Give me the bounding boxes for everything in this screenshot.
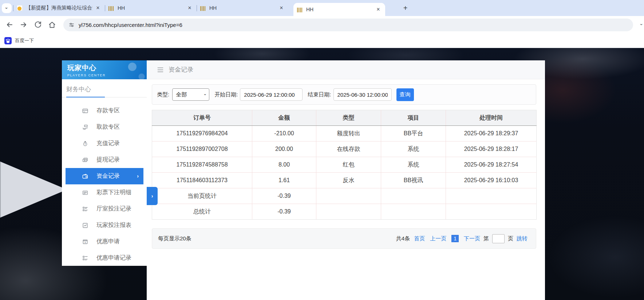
browser-tab[interactable]: HH × [293,3,385,16]
sidebar-item-label: 充值记录 [96,140,120,147]
current-page-badge[interactable]: 1 [451,235,459,242]
sidebar-item[interactable]: 玩家投注报表 › [62,217,147,233]
cell-project: BB平台 [381,126,446,141]
sidebar-item[interactable]: 取款专区 › [62,119,147,135]
header-process-time: 处理时间 [446,110,537,126]
sidebar-item-label: 彩票下注明细 [96,189,131,196]
section-underline [62,97,147,97]
cell-type: 反水 [316,173,381,188]
page-header: 资金记录 [147,60,545,79]
icon-deposit [82,108,88,114]
browser-tab[interactable]: HH × [197,0,288,16]
sidebar-item[interactable]: 存款专区 › [62,103,147,119]
browser-toolbar: yl756.com/hhcp/usercenter.html?iniType=6… [0,16,644,33]
cell-project [381,188,446,204]
end-date-label: 结束日期: [308,91,331,98]
page-size-text: 每页显示20条 [158,235,396,242]
search-button[interactable]: 查询 [396,88,414,101]
page-number-input[interactable] [492,234,505,243]
site-settings-icon[interactable] [68,22,75,28]
bookmark-baidu[interactable]: 百度一下 [4,37,34,44]
fund-records-table: 订单号 金额 类型 项目 处理时间 1751192976984204 -210.… [152,110,537,220]
sidebar-subtitle: PLAYERS CENTER [67,73,147,77]
sidebar-item-label: 厅室投注记录 [96,205,131,213]
table-row: 1751184603112373 1.61 反水 BB视讯 2025-06-29… [152,173,537,188]
icon-promo-apply [82,239,88,245]
cell-order-no: 当前页统计 [152,188,252,204]
sidebar-item[interactable]: 厅室投注记录 › [62,201,147,217]
table-body: 1751192976984204 -210.00 额度转出 BB平台 2025-… [152,126,537,220]
sidebar-item[interactable]: 资金记录 › [66,168,143,184]
sidebar-item[interactable]: 充值记录 › [62,135,147,152]
sidebar-item[interactable]: 提现记录 › [62,152,147,168]
start-date-input[interactable] [240,88,303,101]
cell-amount: 200.00 [252,141,316,157]
cell-process-time: 2025-06-29 18:27:54 [446,157,537,173]
type-label: 类型: [157,91,169,98]
page-title: 资金记录 [169,65,193,74]
cell-amount: 8.00 [252,157,316,173]
end-date-input[interactable] [333,88,392,101]
cell-process-time: 2025-06-29 18:29:37 [446,126,537,141]
back-arrow-icon [5,20,14,29]
cell-order-no: 总统计 [152,204,252,220]
browser-tab[interactable]: HH × [105,0,197,16]
tab-search-button[interactable]: › [2,3,12,13]
sidebar-item-label: 优惠申请记录 [96,254,131,262]
type-select[interactable]: 全部 › [172,88,209,101]
sidebar-item[interactable]: 彩票下注明细 › [62,184,147,201]
cell-amount: -0.39 [252,188,316,204]
gold-favicon [108,6,114,11]
cell-type [316,204,381,220]
header-project: 项目 [381,110,446,126]
prev-page-link[interactable]: 上一页 [430,235,446,242]
tab-title: 【新提醒】海燕策略论坛综合交 [26,5,92,11]
forward-button[interactable] [19,20,28,29]
url-text[interactable]: yl756.com/hhcp/usercenter.html?iniType=6 [79,22,182,28]
browser-tab[interactable]: 【新提醒】海燕策略论坛综合交 × [13,0,105,16]
icon-promo-record [82,255,88,261]
sidebar-title: 玩家中心 [67,63,147,73]
chevron-down-icon: › [4,7,9,9]
icon-fund-record [82,173,88,180]
jump-link[interactable]: 跳转 [517,235,528,242]
cell-type [316,188,381,204]
total-count-text: 共4条 [396,235,410,242]
cell-type: 红包 [316,157,381,173]
jump-prefix-label: 第 [483,235,489,242]
cell-amount: 1.61 [252,173,316,188]
forum-favicon [17,5,23,11]
section-title: 财务中心 [66,85,147,93]
tab-close-icon[interactable]: × [95,5,101,11]
cell-project: 系统 [381,157,446,173]
chevron-right-icon: › [151,193,153,199]
sidebar-item[interactable]: 优惠申请记录 › [62,250,147,266]
cell-project: 系统 [381,141,446,157]
sidebar-item[interactable]: 优惠申请 › [62,233,147,250]
new-tab-button[interactable]: + [400,3,410,13]
reload-button[interactable] [33,20,42,29]
table-row: 1751192897002708 200.00 在线存款 系统 2025-06-… [152,141,537,157]
tab-close-icon[interactable]: × [278,5,285,11]
table-row: 总统计 -0.39 [152,204,537,220]
sidebar-item-label: 存款专区 [96,107,120,115]
address-bar[interactable]: yl756.com/hhcp/usercenter.html?iniType=6 [63,19,633,31]
table-row: 1751192874588758 8.00 红包 系统 2025-06-29 1… [152,157,537,173]
icon-withdrawal-record [82,157,88,163]
table-row: 1751192976984204 -210.00 额度转出 BB平台 2025-… [152,126,537,141]
reload-icon [33,20,42,29]
tab-close-icon[interactable]: × [186,5,193,11]
background-triangle-graphic [0,158,67,219]
expand-handle[interactable]: › [147,187,158,205]
type-select-value: 全部 [176,91,187,98]
tab-title: HH [306,7,373,12]
tab-close-icon[interactable]: × [375,6,382,13]
first-page-link[interactable]: 首页 [414,235,425,242]
bookmark-label: 百度一下 [15,37,34,44]
cell-process-time: 2025-06-29 16:10:03 [446,173,537,188]
next-page-link[interactable]: 下一页 [464,235,480,242]
toolbar-overflow-chevron-icon[interactable]: › [639,24,644,25]
back-button[interactable] [5,20,14,29]
home-button[interactable] [48,20,56,29]
sidebar-item-label: 取款专区 [96,123,120,131]
